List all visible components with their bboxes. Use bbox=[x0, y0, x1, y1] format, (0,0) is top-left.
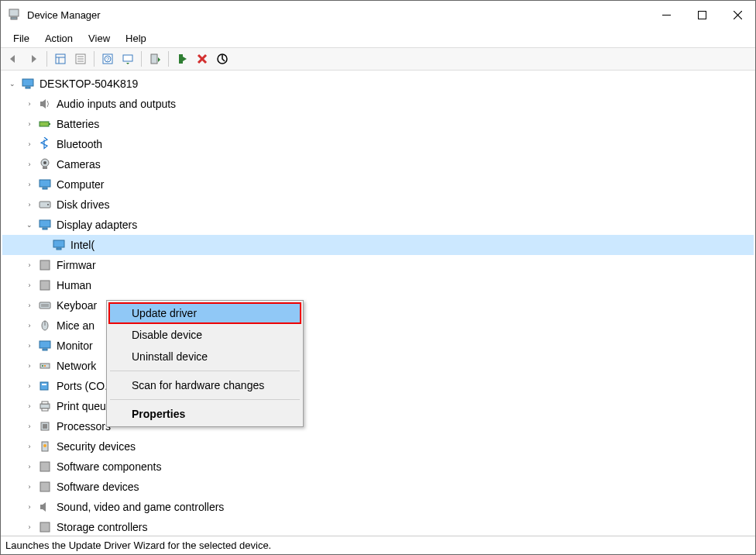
maximize-button[interactable] bbox=[684, 3, 720, 26]
svg-rect-25 bbox=[49, 123, 50, 125]
back-button[interactable] bbox=[4, 50, 22, 68]
tree-item-label: Software devices bbox=[57, 481, 139, 493]
expand-icon[interactable]: › bbox=[24, 342, 35, 350]
context-update-driver[interactable]: Update driver bbox=[108, 302, 301, 324]
svg-rect-35 bbox=[53, 240, 64, 247]
properties-button[interactable] bbox=[71, 50, 90, 68]
tree-item[interactable]: ›Bluetooth bbox=[2, 134, 754, 154]
software-component-icon bbox=[38, 460, 52, 474]
tree-item-label: Intel( bbox=[70, 239, 94, 251]
scan-hardware-button[interactable] bbox=[119, 50, 137, 68]
tree-item-label: Disk drives bbox=[57, 198, 109, 211]
tree-item[interactable]: ›Software components bbox=[2, 457, 754, 477]
svg-rect-59 bbox=[40, 482, 50, 491]
svg-rect-34 bbox=[43, 228, 47, 229]
show-hide-tree-button[interactable] bbox=[51, 50, 70, 68]
tree-item[interactable]: ⌄Display adapters bbox=[2, 215, 754, 235]
menu-view[interactable]: View bbox=[81, 31, 118, 46]
svg-point-48 bbox=[44, 365, 46, 367]
tree-item-label: Cameras bbox=[57, 158, 101, 171]
tree-item[interactable]: ›Cameras bbox=[2, 154, 754, 174]
tree-item[interactable]: ›Storage controllers bbox=[2, 517, 754, 536]
menu-action[interactable]: Action bbox=[37, 31, 81, 46]
tree-item[interactable]: ›Software devices bbox=[2, 477, 754, 497]
uninstall-device-button[interactable] bbox=[193, 50, 211, 68]
tree-item[interactable]: ›Human bbox=[2, 275, 754, 295]
disk-icon bbox=[38, 198, 52, 212]
svg-point-57 bbox=[43, 444, 46, 447]
tree-item[interactable]: ›Security devices bbox=[2, 436, 754, 457]
expand-icon[interactable]: › bbox=[24, 181, 35, 188]
context-separator bbox=[110, 399, 300, 400]
software-device-icon bbox=[38, 480, 52, 494]
svg-rect-1 bbox=[11, 17, 17, 19]
camera-icon bbox=[38, 157, 52, 171]
expand-icon[interactable]: › bbox=[24, 160, 35, 168]
collapse-icon[interactable]: ⌄ bbox=[24, 221, 35, 229]
tree-item-label: Keyboar bbox=[57, 299, 97, 312]
expand-icon[interactable]: › bbox=[24, 120, 35, 128]
expand-icon[interactable]: › bbox=[24, 140, 35, 148]
computer-icon bbox=[21, 77, 35, 91]
toolbar-separator bbox=[94, 51, 94, 67]
tree-item[interactable]: ›Firmwar bbox=[2, 255, 754, 275]
close-button[interactable] bbox=[720, 3, 755, 26]
update-driver-button[interactable] bbox=[146, 50, 164, 68]
collapse-icon[interactable]: ⌄ bbox=[7, 80, 18, 88]
svg-rect-52 bbox=[42, 402, 48, 404]
tree-item-label: Network bbox=[57, 360, 96, 372]
context-uninstall-device[interactable]: Uninstall device bbox=[108, 346, 301, 367]
context-scan-hardware[interactable]: Scan for hardware changes bbox=[108, 374, 301, 396]
firmware-icon bbox=[38, 258, 52, 272]
status-bar: Launches the Update Driver Wizard for th… bbox=[1, 536, 755, 554]
svg-rect-23 bbox=[26, 87, 30, 88]
tree-item[interactable]: ›Batteries bbox=[2, 114, 754, 134]
svg-rect-49 bbox=[40, 382, 48, 390]
expand-icon[interactable]: › bbox=[24, 261, 35, 269]
expand-icon[interactable]: › bbox=[24, 483, 35, 491]
expand-icon[interactable]: › bbox=[24, 443, 35, 450]
tree-item-label: Human bbox=[57, 279, 91, 291]
expand-icon[interactable]: › bbox=[24, 523, 35, 531]
expand-icon[interactable]: › bbox=[24, 302, 35, 309]
enable-device-button[interactable] bbox=[173, 50, 191, 68]
expand-icon[interactable]: › bbox=[24, 463, 35, 471]
port-icon bbox=[38, 379, 52, 393]
expand-icon[interactable]: › bbox=[24, 382, 35, 390]
tree-item-label: Audio inputs and outputs bbox=[57, 98, 176, 110]
tree-item-label: Computer bbox=[57, 178, 104, 191]
expand-icon[interactable]: › bbox=[24, 100, 35, 108]
forward-button[interactable] bbox=[24, 50, 43, 68]
expand-icon[interactable]: › bbox=[24, 322, 35, 329]
menu-file[interactable]: File bbox=[5, 31, 37, 46]
tree-root[interactable]: ⌄ DESKTOP-504K819 bbox=[2, 74, 754, 94]
svg-rect-39 bbox=[40, 302, 50, 309]
computer-icon bbox=[38, 178, 52, 191]
menu-help[interactable]: Help bbox=[118, 31, 154, 46]
disable-device-button[interactable] bbox=[213, 50, 232, 68]
tree-item[interactable]: ›Audio inputs and outputs bbox=[2, 94, 754, 114]
svg-rect-6 bbox=[56, 54, 65, 64]
tree-item[interactable]: ›Computer bbox=[2, 174, 754, 195]
expand-icon[interactable]: › bbox=[24, 362, 35, 370]
security-icon bbox=[38, 440, 52, 453]
svg-rect-3 bbox=[698, 11, 706, 19]
help-button[interactable]: ? bbox=[98, 50, 117, 68]
context-properties[interactable]: Properties bbox=[108, 403, 301, 425]
tree-item-selected[interactable]: Intel( bbox=[2, 235, 754, 255]
svg-rect-53 bbox=[42, 408, 48, 411]
expand-icon[interactable]: › bbox=[24, 422, 35, 430]
expand-icon[interactable]: › bbox=[24, 402, 35, 410]
tree-item-label: Security devices bbox=[57, 440, 136, 453]
svg-rect-45 bbox=[43, 349, 47, 350]
svg-rect-29 bbox=[40, 180, 50, 187]
tree-item[interactable]: ›Sound, video and game controllers bbox=[2, 497, 754, 517]
expand-icon[interactable]: › bbox=[24, 281, 35, 289]
tree-item[interactable]: ›Disk drives bbox=[2, 195, 754, 215]
minimize-button[interactable] bbox=[648, 3, 684, 26]
context-disable-device[interactable]: Disable device bbox=[108, 324, 301, 346]
expand-icon[interactable]: › bbox=[24, 503, 35, 511]
expand-icon[interactable]: › bbox=[24, 201, 35, 209]
toolbar: ? bbox=[1, 47, 755, 71]
tree-view[interactable]: ⌄ DESKTOP-504K819 ›Audio inputs and outp… bbox=[1, 71, 755, 536]
